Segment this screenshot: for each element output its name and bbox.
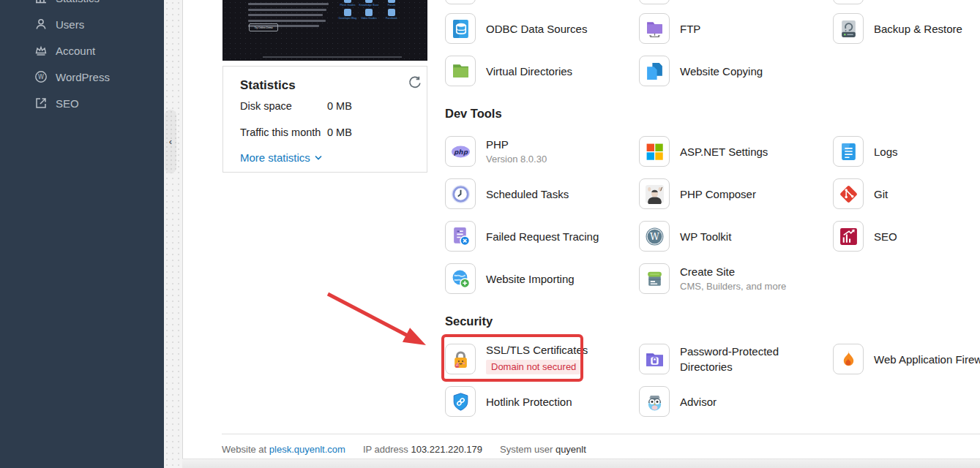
refresh-icon[interactable]: [408, 75, 422, 90]
chevron-down-icon: [315, 155, 322, 160]
logs-document-icon: [833, 136, 864, 167]
main-content: Try Online Demo Plesk Guides Knowledge B…: [182, 0, 980, 458]
sidebar: Statistics Users Account W WordPress SEO: [0, 0, 164, 468]
preview-link-icon: [365, 9, 373, 16]
stat-value: 0 MB: [327, 100, 352, 112]
copy-pages-icon: [639, 56, 670, 86]
sidebar-item-label: Account: [56, 45, 95, 57]
tile-web-application-firewall[interactable]: Web Application Firewall: [833, 344, 980, 374]
tile-aspnet-settings[interactable]: ASP.NET Settings: [639, 136, 768, 167]
sidebar-item-wordpress[interactable]: W WordPress: [0, 64, 164, 90]
create-site-box-icon: [639, 263, 670, 294]
svg-text:W: W: [38, 74, 44, 80]
more-statistics-link[interactable]: More statistics: [240, 151, 322, 164]
stat-value: 0 MB: [327, 127, 352, 138]
preview-link-label: Forum: [378, 4, 405, 7]
chevron-left-icon: ‹: [169, 136, 172, 147]
tile-website-importing[interactable]: Website Importing: [445, 263, 575, 294]
tile-odbc-data-sources[interactable]: ODBC Data Sources: [445, 13, 587, 44]
website-link[interactable]: plesk.quyenlt.com: [269, 444, 345, 455]
php-version: Version 8.0.30: [486, 154, 547, 165]
padlock-face-icon: [445, 344, 476, 374]
sidebar-item-label: Statistics: [56, 0, 100, 4]
tile-backup-restore[interactable]: Backup & Restore: [833, 13, 962, 44]
crown-icon: [34, 44, 48, 57]
tile-wp-toolkit[interactable]: W WP Toolkit: [639, 221, 731, 252]
preview-text-line: [248, 20, 326, 22]
sidebar-collapse-handle[interactable]: ‹: [165, 110, 176, 173]
ftp-folder-icon: [639, 13, 670, 44]
system-user-value: quyenlt: [556, 444, 586, 455]
website-preview-thumbnail[interactable]: Try Online Demo Plesk Guides Knowledge B…: [222, 0, 427, 61]
footer-system-user: System user quyenlt: [500, 444, 586, 455]
plesk-page: Statistics Users Account W WordPress SEO…: [0, 0, 980, 468]
preview-text-line: [248, 14, 323, 16]
tile-scheduled-tasks[interactable]: Scheduled Tasks: [445, 178, 569, 209]
tile-ftp[interactable]: FTP: [639, 13, 700, 44]
locked-folder-icon: [639, 344, 670, 374]
statistics-card-title: Statistics: [240, 78, 296, 93]
wordpress-icon: W: [34, 70, 48, 83]
domain-not-secured-badge: Domain not secured: [486, 360, 581, 374]
bottom-strip: [182, 458, 980, 468]
flame-icon: [833, 344, 864, 374]
stat-label: Disk space: [240, 100, 327, 112]
sidebar-item-label: Users: [56, 18, 84, 31]
tile-seo[interactable]: SEO: [833, 221, 897, 252]
user-icon: [34, 18, 48, 31]
preview-text-line: [248, 3, 329, 5]
sidebar-nav: Statistics Users Account W WordPress SEO: [0, 0, 164, 116]
stats-row-disk-space: Disk space 0 MB: [240, 100, 408, 112]
cut-tile-box: [639, 0, 670, 4]
tile-password-protected-directories[interactable]: Password-Protected Directories: [639, 344, 810, 374]
sidebar-item-account[interactable]: Account: [0, 37, 164, 64]
tile-website-copying[interactable]: Website Copying: [639, 56, 763, 86]
footer-ip: IP address 103.221.220.179: [363, 444, 482, 455]
section-header-dev-tools: Dev Tools: [445, 107, 502, 121]
svg-text:php: php: [454, 148, 468, 155]
tile-php[interactable]: php PHP Version 8.0.30: [445, 136, 547, 167]
green-folder-icon: [445, 56, 476, 86]
cut-tile-box: [445, 0, 476, 4]
seo-arrow-icon: [34, 97, 48, 110]
preview-footer-line: [263, 56, 402, 58]
clock-icon: [445, 178, 476, 209]
composer-conductor-icon: [639, 178, 670, 209]
stats-row-traffic: Traffic this month 0 MB: [240, 127, 408, 138]
svg-text:W: W: [650, 231, 659, 242]
cut-tile-box: [833, 0, 864, 4]
tile-php-composer[interactable]: PHP Composer: [639, 178, 756, 209]
seo-chart-icon: [833, 221, 864, 252]
tile-virtual-directories[interactable]: Virtual Directories: [445, 56, 572, 86]
preview-link-icon: [344, 9, 351, 16]
tile-failed-request-tracing[interactable]: Failed Request Tracing: [445, 221, 599, 252]
owl-icon: [639, 386, 670, 417]
bar-chart-icon: [34, 0, 48, 4]
sidebar-item-statistics[interactable]: Statistics: [0, 0, 164, 11]
ip-value: 103.221.220.179: [411, 444, 482, 455]
preview-link-icon: [388, 0, 395, 3]
footer: Website at plesk.quyenlt.com IP address …: [222, 444, 586, 455]
preview-demo-button: Try Online Demo: [249, 23, 278, 31]
tile-create-site[interactable]: Create Site CMS, Builders, and more: [639, 263, 786, 294]
tile-hotlink-protection[interactable]: Hotlink Protection: [445, 386, 572, 417]
backup-restore-icon: [833, 13, 864, 44]
sidebar-item-users[interactable]: Users: [0, 11, 164, 37]
sidebar-item-seo[interactable]: SEO: [0, 90, 164, 116]
wordpress-logo-icon: W: [639, 221, 670, 252]
git-icon: [833, 178, 864, 209]
stat-label: Traffic this month: [240, 127, 327, 138]
preview-text-line: [248, 9, 326, 11]
tile-ssl-tls-certificates[interactable]: SSL/TLS Certificates Domain not secured: [445, 344, 588, 374]
tile-logs[interactable]: Logs: [833, 136, 898, 167]
preview-link-icon: [344, 0, 351, 3]
footer-divider: [222, 434, 980, 434]
shield-link-icon: [445, 386, 476, 417]
preview-link-label: Facebook: [378, 17, 405, 20]
tile-advisor[interactable]: Advisor: [639, 386, 717, 417]
preview-link-icon: [388, 9, 395, 16]
section-header-security: Security: [445, 314, 493, 328]
tile-git[interactable]: Git: [833, 178, 888, 209]
create-site-subtitle: CMS, Builders, and more: [680, 281, 786, 292]
php-icon: php: [445, 136, 476, 167]
